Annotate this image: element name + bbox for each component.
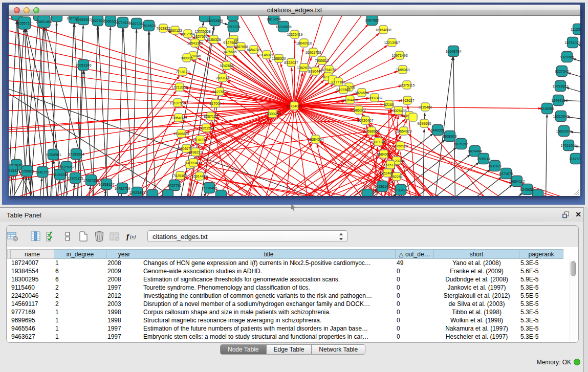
graph-node-label: 317004 [209,102,221,105]
fit-selected-icon[interactable] [62,231,73,242]
table-row[interactable]: 2242004622012Investigating the contribut… [7,292,578,300]
edge-arrow-icon [82,25,84,29]
edge-arrow-icon [546,114,548,118]
graph-edge[interactable] [573,58,581,72]
graph-node-label: 9242848 [220,64,233,68]
column-header-short[interactable]: short [434,249,519,259]
graph-edge[interactable] [568,73,580,86]
graph-node[interactable] [409,113,417,121]
scrollbar-thumb[interactable] [571,261,576,276]
edge-arrow-icon [199,46,203,48]
graph-edge[interactable] [453,57,455,196]
table-cell: 2 [55,300,105,308]
table-cell: Changes of HCN gene expression and I(f) … [143,259,395,267]
table-cell: Estimation of the future numbers of pati… [143,324,395,333]
edge-arrow-icon [404,120,407,124]
table-row[interactable]: 946554611997Estimation of the future num… [7,324,578,333]
table-source-select[interactable]: citations_edges.txt [147,230,347,242]
table-row[interactable]: 977716911998Corpus callosum shape and si… [7,308,578,316]
graph-edge[interactable] [430,193,522,196]
table-settings-icon[interactable] [7,231,18,242]
graph-edge[interactable] [294,39,295,106]
table-row[interactable]: 1872400712008Changes of HCN gene express… [7,259,578,267]
graph-node-label: 19218506 [275,25,291,29]
graph-node-label: 10807487 [366,96,382,100]
graph-edge[interactable] [220,134,367,196]
close-panel-icon[interactable]: ✕ [575,211,582,218]
citation-network-graph[interactable]: 2055712206914061087178510655267152760269… [9,16,580,196]
float-panel-icon[interactable] [562,211,570,218]
graph-edge[interactable] [98,26,108,196]
table-cell: Structural magnetic resonance image aver… [143,316,395,324]
graph-node[interactable] [52,16,62,22]
table-cell: 18300295 [11,275,53,283]
column-header-name[interactable]: name [10,249,54,259]
graph-edge[interactable] [566,87,580,101]
graph-node[interactable] [533,190,543,196]
table-cell: de Silva et al. (2003) [435,300,518,308]
resize-grip-icon[interactable] [573,188,580,195]
delete-column-icon[interactable] [94,231,105,242]
graph-node-label: 18640910 [296,41,312,45]
graph-edge[interactable] [546,114,547,196]
import-table-icon[interactable] [109,231,120,242]
tab-network-table[interactable]: Network Table [312,345,365,354]
table-row[interactable]: 1456911722003Disruption of a novel membe… [7,300,578,308]
graph-node-label: 3475685 [223,50,236,54]
graph-edge[interactable] [92,26,98,196]
edge-arrow-icon [573,58,576,60]
select-columns-icon[interactable] [30,231,41,242]
graph-node[interactable] [362,189,373,196]
column-header-title[interactable]: title [142,249,396,259]
table-row[interactable]: 946362711997Embryonic stem cells: a mode… [7,333,578,341]
tab-edge-table[interactable]: Edge Table [267,345,312,354]
graph-node[interactable] [228,16,238,21]
table-row[interactable]: 1830029562008Estimation of significance … [7,275,578,283]
graph-node[interactable] [163,190,173,196]
function-builder-icon[interactable]: f (x) [126,231,139,242]
graph-edge[interactable] [578,45,580,58]
window-title-bar[interactable]: citations_edges.txt [9,5,580,16]
edge-arrow-icon [395,71,398,73]
graph-node-label: 2935114 [477,157,491,161]
table-toolbar: f (x) citations_edges.txt [7,226,578,247]
table-row[interactable]: 969969511998Structural magnetic resonanc… [7,316,578,324]
table-cell: 1997 [107,324,141,333]
graph-node-label: 10958107 [98,183,114,186]
graph-edge[interactable] [132,29,137,196]
table-row[interactable]: 911546021997Tourette syndrome. Phenomeno… [7,283,578,292]
graph-node-label: 19384554 [308,138,323,141]
table-cell: 1997 [107,333,141,341]
tab-node-table[interactable]: Node Table [221,345,267,354]
column-header-year[interactable]: year [106,249,142,259]
column-header-out_de[interactable]: △ out_de… [396,249,434,259]
select-all-icon[interactable] [46,231,57,242]
graph-node-label: 7986372 [352,108,365,112]
edge-arrow-icon [380,103,384,106]
column-header-in_degree[interactable]: in_degree [54,249,106,259]
graph-node-label: 8471676 [499,172,513,176]
graph-node-label: 12923445 [129,191,145,194]
edge-arrow-icon [301,73,303,76]
edge-arrow-icon [330,84,334,87]
graph-node-label: 16033809 [207,19,223,23]
table-row[interactable]: 1938455462009Genome-wide association stu… [7,267,578,275]
edge-arrow-icon [135,29,138,33]
graph-node-label: 62160 [384,103,394,106]
column-header-pagerank[interactable]: pagerank [519,249,563,259]
table-vertical-scrollbar[interactable] [570,259,576,343]
table-cell: 2008 [107,259,141,267]
table-cell: 19384554 [11,267,53,275]
table-cell: 2012 [107,292,141,300]
memory-status-indicator [574,359,580,365]
graph-node-label: 252254 [390,175,402,179]
new-column-icon[interactable] [78,231,89,242]
network-canvas[interactable]: 2055712206914061087178510655267152760269… [9,16,580,196]
graph-node[interactable] [216,190,227,196]
graph-node-label: 6794078 [322,68,336,72]
network-view-window[interactable]: citations_edges.txt 20557122069140610871… [9,5,580,196]
graph-node[interactable] [147,190,158,196]
graph-node-label: 1362615 [297,66,311,70]
graph-node-label: 7357224 [226,25,240,29]
table-cell: 22420046 [11,292,53,300]
